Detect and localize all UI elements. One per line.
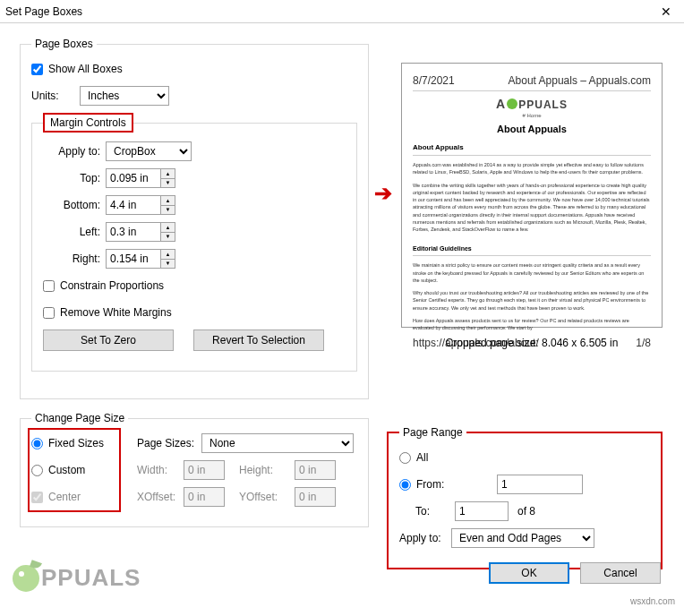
chevron-up-icon[interactable]: ▲	[161, 223, 175, 233]
of-pages-text: of 8	[517, 505, 535, 518]
width-label: Width:	[137, 464, 178, 476]
apply-to-select[interactable]: CropBox	[106, 141, 192, 161]
cancel-button[interactable]: Cancel	[580, 562, 661, 584]
chevron-up-icon[interactable]: ▲	[161, 250, 175, 260]
set-to-zero-button[interactable]: Set To Zero	[43, 329, 174, 351]
custom-radio[interactable]	[31, 465, 43, 476]
page-range-group: Page Range All From: To: of 8 Apply to: …	[387, 426, 663, 569]
margin-controls-legend: Margin Controls	[43, 113, 133, 133]
change-page-size-legend: Change Page Size	[31, 412, 128, 424]
arrow-right-icon: ➔	[374, 181, 392, 206]
remove-white-label: Remove White Margins	[60, 306, 172, 319]
bottom-input[interactable]	[107, 196, 160, 214]
left-label: Left:	[43, 226, 100, 238]
remove-white-checkbox[interactable]	[43, 307, 55, 319]
page-sizes-select[interactable]: None	[201, 433, 354, 453]
all-label: All	[416, 451, 428, 464]
right-input[interactable]	[107, 250, 160, 268]
page-range-legend: Page Range	[399, 426, 466, 439]
preview-panel: 8/7/2021About Appuals – Appuals.com APPU…	[401, 63, 663, 349]
right-label: Right:	[43, 252, 100, 265]
xoffset-input	[184, 487, 225, 507]
chevron-down-icon[interactable]: ▼	[161, 206, 175, 215]
units-label: Units:	[31, 90, 74, 102]
from-radio[interactable]	[399, 479, 411, 491]
close-icon[interactable]: ✕	[654, 4, 679, 19]
top-label: Top:	[43, 172, 100, 184]
chevron-up-icon[interactable]: ▲	[161, 196, 175, 206]
chevron-down-icon[interactable]: ▼	[161, 260, 175, 269]
page-preview: 8/7/2021About Appuals – Appuals.com APPU…	[401, 63, 663, 328]
units-select[interactable]: Inches	[80, 86, 169, 106]
yoffset-input	[295, 487, 336, 507]
xoffset-label: XOffset:	[137, 491, 178, 503]
titlebar: Set Page Boxes ✕	[0, 0, 684, 23]
constrain-checkbox[interactable]	[43, 280, 55, 292]
chevron-down-icon[interactable]: ▼	[161, 233, 175, 242]
from-label: From:	[416, 478, 456, 491]
from-input[interactable]	[497, 475, 583, 494]
custom-label: Custom	[48, 464, 85, 476]
range-apply-to-select[interactable]: Even and Odd Pages	[451, 528, 594, 548]
show-all-boxes-checkbox[interactable]	[31, 64, 43, 75]
center-checkbox	[31, 492, 43, 503]
fixed-sizes-radio[interactable]	[31, 438, 43, 449]
constrain-label: Constrain Proportions	[60, 279, 164, 292]
to-input[interactable]	[455, 501, 509, 521]
page-boxes-group: Page Boxes Show All Boxes Units: Inches …	[20, 38, 369, 399]
ok-button[interactable]: OK	[489, 562, 569, 584]
height-label: Height:	[239, 464, 289, 476]
right-spinner[interactable]: ▲▼	[106, 249, 175, 269]
chevron-up-icon[interactable]: ▲	[161, 169, 175, 179]
top-input[interactable]	[107, 169, 160, 187]
height-input	[295, 460, 336, 480]
top-spinner[interactable]: ▲▼	[106, 168, 175, 188]
page-boxes-legend: Page Boxes	[31, 38, 97, 50]
show-all-boxes-label: Show All Boxes	[48, 63, 123, 75]
to-label: To:	[415, 505, 455, 518]
width-input	[184, 460, 225, 480]
bottom-label: Bottom:	[43, 199, 100, 211]
revert-button[interactable]: Revert To Selection	[193, 329, 324, 351]
window-title: Set Page Boxes	[5, 5, 654, 18]
apply-to-label: Apply to:	[43, 145, 100, 158]
watermark-site: wsxdn.com	[630, 596, 675, 606]
left-spinner[interactable]: ▲▼	[106, 222, 175, 242]
left-input[interactable]	[107, 223, 160, 241]
bottom-spinner[interactable]: ▲▼	[106, 195, 175, 215]
change-page-size-group: Change Page Size Fixed Sizes Custom Cent…	[20, 412, 369, 527]
watermark-logo: PPUALS	[13, 564, 141, 592]
page-sizes-label: Page Sizes:	[137, 437, 196, 449]
chevron-down-icon[interactable]: ▼	[161, 179, 175, 188]
center-label: Center	[48, 491, 81, 503]
all-radio[interactable]	[399, 452, 411, 464]
fixed-sizes-label: Fixed Sizes	[48, 437, 104, 449]
margin-controls-group: Margin Controls Apply to: CropBox Top: ▲…	[31, 113, 357, 372]
preview-title: About Appuals	[413, 124, 651, 134]
range-apply-to-label: Apply to:	[399, 532, 451, 544]
yoffset-label: YOffset:	[239, 491, 289, 503]
